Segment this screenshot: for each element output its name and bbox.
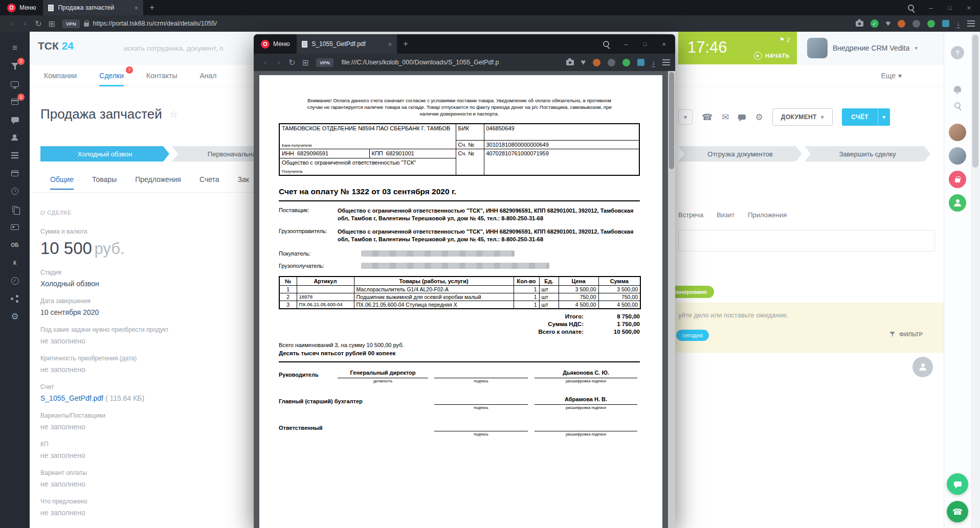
nav-more-button[interactable]: Еще [881, 72, 902, 80]
extension-grey-icon[interactable] [912, 20, 920, 28]
sidebar-label-k[interactable]: К [9, 258, 20, 268]
speed-dial-button[interactable] [299, 58, 312, 67]
bookmark-heart-icon[interactable] [581, 58, 586, 67]
document-button[interactable]: ДОКУМЕНТ [772, 108, 833, 126]
downloads-icon[interactable] [652, 59, 655, 66]
email-icon[interactable] [722, 112, 729, 123]
favorite-star-icon[interactable] [169, 108, 178, 120]
speed-dial-button[interactable] [45, 19, 58, 29]
back-button[interactable] [5, 19, 18, 28]
sidebar-clock-icon[interactable] [9, 186, 20, 196]
sidebar-display-icon[interactable] [9, 79, 20, 89]
minimize-button[interactable] [625, 40, 628, 48]
page-scrollbar[interactable] [971, 32, 980, 528]
forward-button[interactable] [18, 19, 32, 28]
browser-tab-pdf[interactable]: S_1055_GetPdf.pdf [297, 34, 397, 54]
snapshot-icon[interactable] [856, 21, 863, 27]
snapshot-icon[interactable] [566, 60, 574, 65]
opera-menu-button[interactable]: O Меню [254, 40, 297, 49]
sidebar-label-ob[interactable]: ОБ [9, 240, 20, 250]
reload-button[interactable] [32, 19, 45, 29]
help-button[interactable]: ? [951, 46, 964, 59]
nav-item-deals[interactable]: Сделки7 [99, 64, 124, 86]
call-icon[interactable] [702, 112, 712, 123]
extension-teal-icon[interactable] [942, 20, 949, 27]
app-logo[interactable]: ТСК 24 [38, 40, 74, 52]
stage-chip-cold-call[interactable]: Холодный обзвон [40, 146, 169, 162]
sidebar-card-icon[interactable] [9, 222, 20, 232]
start-day-button[interactable]: НАЧАТЬ [754, 52, 790, 60]
vpn-badge[interactable]: VPN [316, 58, 333, 67]
comment-input[interactable] [678, 230, 935, 251]
tab-orders[interactable]: Зак [238, 175, 249, 190]
extension-orange-icon[interactable] [898, 20, 905, 28]
settings-gear-icon[interactable] [755, 112, 763, 123]
tab-products[interactable]: Товары [92, 175, 117, 190]
forward-button[interactable] [272, 58, 285, 67]
maximize-button[interactable] [643, 41, 647, 47]
avatar-user-2[interactable] [949, 147, 966, 165]
sidebar-filter-icon[interactable]: 7 [9, 61, 20, 71]
avatar-locked-user[interactable] [949, 171, 966, 188]
back-button[interactable] [259, 58, 272, 67]
tab-general[interactable]: Общие [50, 175, 74, 190]
live-chat-button[interactable] [947, 473, 968, 495]
invoice-file-link[interactable]: S_1055_GetPdf.pdf [40, 394, 103, 402]
minimize-button[interactable] [929, 4, 933, 12]
close-button[interactable] [662, 40, 666, 48]
tabs-search-icon[interactable] [908, 5, 914, 11]
close-button[interactable] [967, 4, 971, 12]
right-search-icon[interactable] [954, 102, 961, 108]
sidebar-menu-icon[interactable] [9, 43, 20, 53]
address-bar-url[interactable]: https://portal.tsk68.ru/crm/deal/details… [93, 20, 217, 27]
maximize-button[interactable] [948, 5, 952, 11]
scrollbar-thumb[interactable] [669, 72, 674, 169]
tune-icon[interactable] [662, 59, 670, 65]
nav-item-companies[interactable]: Компании [44, 64, 77, 86]
nav-item-contacts[interactable]: Контакты [146, 64, 177, 86]
activity-tab-visit[interactable]: Визит [717, 211, 734, 219]
invoice-button[interactable]: СЧЁТ [842, 108, 889, 126]
avatar-user-1[interactable] [949, 124, 966, 141]
sidebar-setup-icon[interactable] [967, 20, 975, 27]
new-tab-button[interactable] [397, 39, 414, 49]
nav-item-analytics[interactable]: Анал [200, 64, 217, 86]
invoice-dropdown-icon[interactable] [878, 108, 889, 126]
actions-dropdown-button[interactable] [678, 109, 693, 125]
browser-tab-deal[interactable]: Продажа запчастей [43, 0, 143, 15]
opera-menu-button[interactable]: O Меню [0, 4, 43, 12]
extension-grey-icon[interactable] [608, 59, 615, 66]
callback-button[interactable] [947, 501, 968, 522]
stage-chip-finish-deal[interactable]: Завершить сделку [805, 146, 930, 162]
activity-tab-meeting[interactable]: Встреча [678, 211, 703, 219]
chat-icon[interactable] [738, 112, 746, 122]
sidebar-people-icon[interactable] [9, 132, 20, 143]
extension-teal-icon[interactable] [637, 59, 644, 66]
extension-orange-icon[interactable] [593, 59, 600, 66]
activity-tab-apps[interactable]: Приложения [748, 211, 787, 219]
tab-invoices[interactable]: Счета [199, 175, 219, 190]
profile-menu[interactable]: Внедрение CRM Vedita [807, 38, 918, 58]
sidebar-check-icon[interactable] [9, 276, 20, 286]
extension-green-icon[interactable] [622, 59, 630, 66]
downloads-icon[interactable] [956, 20, 960, 27]
sidebar-tasks-icon[interactable]: 2 [9, 97, 20, 107]
timeline-filter-button[interactable]: ФИЛЬТР [888, 331, 923, 337]
sidebar-settings-icon[interactable] [9, 311, 20, 322]
new-tab-button[interactable] [143, 3, 160, 12]
sidebar-calendar-icon[interactable] [9, 168, 20, 178]
tab-close-icon[interactable] [388, 40, 392, 48]
avatar-online-user[interactable] [949, 194, 966, 212]
notifications-bell-icon[interactable] [954, 86, 961, 92]
reload-button[interactable] [285, 58, 299, 67]
tab-offers[interactable]: Предложения [135, 175, 181, 190]
vpn-badge[interactable]: VPN [62, 19, 80, 28]
bookmark-heart-icon[interactable] [886, 19, 891, 28]
sidebar-copy-icon[interactable] [9, 204, 20, 214]
scrollbar-thumb[interactable] [972, 35, 978, 168]
time-tracker-panel[interactable]: 17:46 2 НАЧАТЬ [678, 32, 797, 64]
pdf-scrollbar[interactable] [668, 71, 675, 528]
stage-chip-shipping-docs[interactable]: Отгрузка документов [678, 146, 802, 162]
sidebar-share-icon[interactable] [9, 293, 20, 304]
tab-close-icon[interactable] [135, 4, 139, 12]
